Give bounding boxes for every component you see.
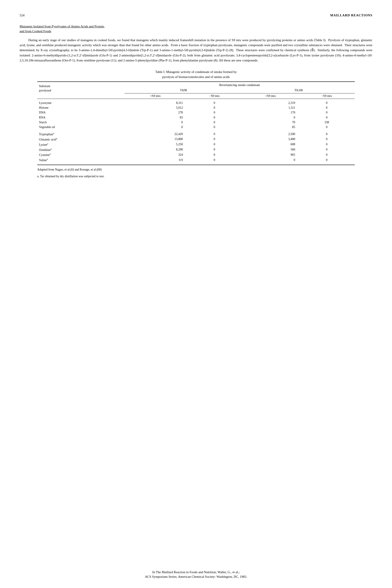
substrate-lysozyme: Lysozyme <box>37 101 124 105</box>
substrate-cysteine: Cysteinea <box>37 152 124 158</box>
data-cell: 0 <box>299 132 355 137</box>
table-row: RNA 83 0 0 0 <box>37 115 355 120</box>
table-caption: Table I. Mutagenic activity of condensat… <box>37 70 355 79</box>
data-cell: 0 <box>299 105 355 110</box>
table-row: Vegetable oil 0 0 85 0 <box>37 125 355 130</box>
data-cell: 85 <box>242 125 299 130</box>
data-cell: 0 <box>299 142 355 147</box>
spacer3 <box>37 163 355 164</box>
table-row: Cysteinea 324 0 965 0 <box>37 152 355 158</box>
table-row: Tryptophana 22,420 0 2,500 0 <box>37 132 355 137</box>
substrate-ornithine: Ornithinea <box>37 147 124 153</box>
data-cell: 5,012 <box>124 105 186 110</box>
table-row: Lysinea 5,250 0 608 0 <box>37 142 355 147</box>
table-row: DNA 278 0 170 0 <box>37 110 355 115</box>
data-cell: 13,800 <box>124 137 186 142</box>
data-cell: 0 <box>299 152 355 158</box>
col-ta98-s9m: −S9 mix <box>186 93 242 99</box>
data-cell: 0 <box>299 147 355 153</box>
data-cell: 5,250 <box>124 142 186 147</box>
page-title: MAILLARD REACTIONS <box>330 13 372 18</box>
substrate-glutamic-acid: Glutamic acida <box>37 137 124 142</box>
data-cell: 0 <box>186 110 242 115</box>
data-cell: 0 <box>186 105 242 110</box>
data-cell: 560 <box>242 147 299 153</box>
table-caption-line2: pyrolysis of biomacromolecules and of am… <box>162 75 230 79</box>
substrate-histone: Histone <box>37 105 124 110</box>
substrate-valine: Valinea <box>37 158 124 163</box>
data-table: SubstratepyrolyzedRevertants/mg smoke co… <box>37 82 355 165</box>
footer-line2: ACS Symposium Series; American Chemical … <box>0 574 392 579</box>
table-bottom-line <box>37 164 355 165</box>
footer-line1: In The Maillard Reaction in Foods and Nu… <box>0 570 392 575</box>
data-cell: 2,319 <box>242 101 299 105</box>
data-cell: 8,311 <box>124 101 186 105</box>
data-cell: 0 <box>242 115 299 120</box>
spacer2 <box>37 130 355 132</box>
table-row: Glutamic acida 13,800 0 3,400 0 <box>37 137 355 142</box>
data-cell: 3,400 <box>242 137 299 142</box>
substrate-rna: RNA <box>37 115 124 120</box>
section-heading: Mutagens Isolated from Pyrolysates of Am… <box>20 24 372 34</box>
data-cell: 324 <box>124 152 186 158</box>
data-cell: 0.9 <box>124 158 186 163</box>
substrate-starch: Starch <box>37 120 124 125</box>
data-cell: 608 <box>242 142 299 147</box>
col-ta98-s9p: +S9 mix <box>124 93 186 99</box>
data-cell: 0 <box>186 132 242 137</box>
data-cell: 0 <box>186 142 242 147</box>
ta98-label: TA98 <box>124 88 242 93</box>
substrate-header: Substratepyrolyzed <box>37 82 124 93</box>
data-cell: 0 <box>299 110 355 115</box>
heading-line2: and from Cooked Foods <box>20 30 51 33</box>
page-footer: In The Maillard Reaction in Foods and Nu… <box>0 570 392 579</box>
data-cell: 8,290 <box>124 147 186 153</box>
data-cell: 0 <box>124 125 186 130</box>
table-row: Histone 5,012 0 1,311 0 <box>37 105 355 110</box>
data-cell: 0 <box>186 152 242 158</box>
table-footnote1: Adapted from Nagao, et al.(6) and Kosuge… <box>37 167 355 172</box>
data-cell: 0 <box>186 120 242 125</box>
substrate-tryptophan: Tryptophana <box>37 132 124 137</box>
data-cell: 0 <box>186 158 242 163</box>
col-ta100-s9p: +S9 mix <box>242 93 299 99</box>
table-footnote2: a. Tar obtained by dry distillation was … <box>37 174 355 179</box>
col-ta100-s9m: −S9 mix <box>299 93 355 99</box>
data-cell: 83 <box>124 115 186 120</box>
data-cell: 0 <box>186 101 242 105</box>
data-cell: 278 <box>124 110 186 115</box>
data-cell: 70 <box>242 120 299 125</box>
data-cell: 0 <box>186 147 242 153</box>
data-cell: 170 <box>242 110 299 115</box>
data-cell: 0 <box>242 158 299 163</box>
data-cell: 338 <box>299 120 355 125</box>
table-section: Table I. Mutagenic activity of condensat… <box>37 70 355 179</box>
data-cell: 0 <box>299 115 355 120</box>
data-cell: 22,420 <box>124 132 186 137</box>
substrate-dna: DNA <box>37 110 124 115</box>
spacer1 <box>37 99 355 101</box>
main-paragraph: During an early stage of our studies of … <box>20 38 372 63</box>
substrate-lysine: Lysinea <box>37 142 124 147</box>
heading-line1: Mutagens Isolated from Pyrolysates of Am… <box>20 25 105 28</box>
data-cell: 0 <box>299 125 355 130</box>
table-caption-line1: Table I. Mutagenic activity of condensat… <box>156 70 237 74</box>
page-header: 524 MAILLARD REACTIONS <box>20 13 372 18</box>
column-headers-row: +S9 mix −S9 mix +S9 mix −S9 mix <box>37 93 355 99</box>
revertants-header: Revertants/mg smoke condensate <box>124 82 355 88</box>
data-cell: 0 <box>299 101 355 105</box>
data-cell: 0 <box>186 137 242 142</box>
page-number: 524 <box>20 13 24 18</box>
table-row: Lysozyme 8,311 0 2,319 0 <box>37 101 355 105</box>
ta100-label: TA100 <box>242 88 355 93</box>
data-cell: 0 <box>299 158 355 163</box>
table-row: Valinea 0.9 0 0 0 <box>37 158 355 163</box>
data-cell: 1,311 <box>242 105 299 110</box>
data-cell: 965 <box>242 152 299 158</box>
data-cell: 0 <box>124 120 186 125</box>
data-cell: 2,500 <box>242 132 299 137</box>
data-cell: 0 <box>186 125 242 130</box>
table-row: Starch 0 0 70 338 <box>37 120 355 125</box>
substrate-vegetable-oil: Vegetable oil <box>37 125 124 130</box>
data-cell: 0 <box>186 115 242 120</box>
